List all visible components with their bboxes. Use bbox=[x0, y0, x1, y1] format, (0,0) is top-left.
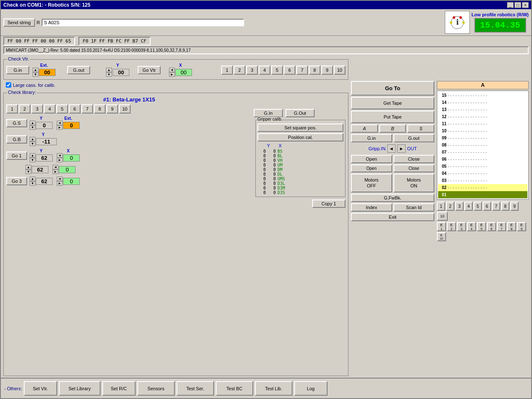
send-string-input[interactable] bbox=[42, 19, 244, 26]
g-in-mid-button[interactable]: G.in bbox=[351, 134, 392, 142]
right-num-5[interactable]: 5 bbox=[474, 202, 482, 211]
position-cal-button[interactable]: Position cal. bbox=[257, 133, 343, 141]
g-in-button[interactable]: G.in bbox=[6, 66, 29, 74]
b-button[interactable]: B bbox=[379, 124, 406, 133]
slot-row[interactable]: 10---------------- bbox=[438, 127, 527, 134]
y-go3-input[interactable] bbox=[36, 178, 53, 185]
ext-gs-left[interactable]: ◄ bbox=[57, 121, 63, 125]
e-btn-10[interactable]: E10 bbox=[437, 232, 446, 241]
large-cass-checkbox[interactable] bbox=[6, 82, 11, 88]
gs-button[interactable]: G.S bbox=[6, 119, 27, 127]
go3-button[interactable]: Go 3 bbox=[6, 177, 27, 185]
copy1-button[interactable]: Copy 1 bbox=[312, 200, 345, 208]
num-btn-1[interactable]: 1 bbox=[221, 66, 233, 75]
slot-row[interactable]: 14---------------- bbox=[438, 99, 527, 106]
lib-num-7[interactable]: 7 bbox=[81, 104, 93, 114]
num-btn-10[interactable]: 10 bbox=[334, 66, 345, 75]
set-library-button[interactable]: Set Library bbox=[59, 381, 101, 396]
ext-up-button[interactable]: ▲ bbox=[33, 68, 38, 72]
e-btn-7[interactable]: E7 bbox=[497, 222, 506, 231]
set-rc-button[interactable]: Set R/C bbox=[102, 381, 136, 396]
log-button[interactable]: Log bbox=[294, 381, 328, 396]
gripp-right-button[interactable]: ► bbox=[397, 144, 406, 153]
lib-num-3[interactable]: 3 bbox=[31, 104, 43, 114]
ext-gs-input[interactable] bbox=[63, 122, 80, 129]
slot-row[interactable]: 01---------------- bbox=[438, 191, 527, 198]
x-go3-input[interactable] bbox=[63, 178, 80, 185]
lib-num-10[interactable]: 10 bbox=[119, 104, 131, 114]
e-btn-4[interactable]: E4 bbox=[467, 222, 476, 231]
scan-id-button[interactable]: Scan Id bbox=[393, 203, 435, 212]
test-bc-button[interactable]: Test BC bbox=[216, 381, 253, 396]
open2-button[interactable]: Open bbox=[351, 164, 392, 172]
e-btn-3[interactable]: E3 bbox=[457, 222, 466, 231]
slot-row[interactable]: 04---------------- bbox=[438, 170, 527, 177]
lib-num-9[interactable]: 9 bbox=[106, 104, 118, 114]
ext-down-button[interactable]: ▼ bbox=[33, 72, 38, 77]
put-tape-button[interactable]: Put Tape bbox=[351, 111, 434, 123]
open1-button[interactable]: Open bbox=[351, 155, 392, 163]
close-button[interactable]: × bbox=[522, 2, 529, 8]
y-gs-down[interactable]: ▼ bbox=[30, 125, 35, 130]
set-vtr-button[interactable]: Set Vtr. bbox=[24, 381, 57, 396]
x-go3-left[interactable]: ◄ bbox=[57, 177, 63, 181]
close2-button[interactable]: Close bbox=[393, 164, 435, 172]
lib-num-6[interactable]: 6 bbox=[69, 104, 81, 114]
close1-button[interactable]: Close bbox=[393, 155, 435, 163]
y-gs-input[interactable] bbox=[36, 122, 53, 129]
test-lib-button[interactable]: Test Lib. bbox=[255, 381, 292, 396]
test-ser-button[interactable]: Test Ser. bbox=[176, 381, 214, 396]
x2-left[interactable]: ◄ bbox=[53, 165, 58, 169]
go-to-button[interactable]: Go To bbox=[351, 81, 434, 96]
lib-num-8[interactable]: 8 bbox=[94, 104, 106, 114]
right-num-3[interactable]: 3 bbox=[455, 202, 464, 211]
right-num-10[interactable]: 10 bbox=[437, 212, 448, 221]
lib-num-4[interactable]: 4 bbox=[44, 104, 55, 114]
y-gb-up[interactable]: ▲ bbox=[30, 137, 35, 141]
g-out-mid-button[interactable]: G.out bbox=[393, 134, 435, 142]
exit-button[interactable]: Exit bbox=[351, 213, 434, 221]
e-btn-5[interactable]: E5 bbox=[477, 222, 486, 231]
s-button[interactable]: S bbox=[407, 124, 434, 133]
slot-row[interactable]: 06---------------- bbox=[438, 156, 527, 163]
g-out-button[interactable]: G.out bbox=[67, 66, 90, 74]
a-button[interactable]: A bbox=[351, 124, 378, 133]
go-vtr-button[interactable]: Go Vtr bbox=[138, 66, 161, 74]
num-btn-7[interactable]: 7 bbox=[296, 66, 308, 75]
g-fwbk-button[interactable]: G.FwBk. bbox=[351, 194, 434, 202]
right-num-1[interactable]: 1 bbox=[437, 202, 445, 211]
slot-row[interactable]: 11---------------- bbox=[438, 120, 527, 127]
slot-row[interactable]: 13---------------- bbox=[438, 106, 527, 113]
y-go1-input[interactable] bbox=[36, 154, 53, 162]
e-btn-8[interactable]: E8 bbox=[507, 222, 516, 231]
right-num-4[interactable]: 4 bbox=[464, 202, 473, 211]
x2-input[interactable] bbox=[59, 166, 76, 173]
y-vtr-input[interactable] bbox=[113, 69, 129, 76]
motors-off-button[interactable]: MotorsOFF bbox=[351, 174, 392, 192]
slot-row[interactable]: 08---------------- bbox=[438, 141, 527, 149]
lib-num-1[interactable]: 1 bbox=[6, 104, 18, 114]
y-go1-down[interactable]: ▼ bbox=[30, 158, 35, 162]
x-vtr-input[interactable] bbox=[175, 69, 192, 76]
x-left-vtr[interactable]: ◄ bbox=[169, 68, 175, 72]
num-btn-6[interactable]: 6 bbox=[284, 66, 295, 75]
y2-input[interactable] bbox=[32, 166, 48, 173]
num-btn-5[interactable]: 5 bbox=[271, 66, 283, 75]
x-go3-right[interactable]: ► bbox=[57, 181, 63, 186]
y2-up[interactable]: ▲ bbox=[25, 165, 31, 169]
index-button[interactable]: Index bbox=[351, 203, 392, 212]
num-btn-2[interactable]: 2 bbox=[234, 66, 245, 75]
ext-input[interactable] bbox=[39, 69, 55, 76]
e-btn-9[interactable]: E9 bbox=[517, 222, 526, 231]
lib-num-5[interactable]: 5 bbox=[56, 104, 68, 114]
y-gb-input[interactable] bbox=[36, 138, 57, 145]
sensors-button[interactable]: Sensors bbox=[137, 381, 175, 396]
right-num-6[interactable]: 6 bbox=[483, 202, 491, 211]
go1-button[interactable]: Go 1 bbox=[6, 152, 27, 160]
right-num-2[interactable]: 2 bbox=[446, 202, 454, 211]
y-go3-down[interactable]: ▼ bbox=[30, 181, 35, 186]
y-go3-up[interactable]: ▲ bbox=[30, 177, 35, 181]
slot-row[interactable]: 12---------------- bbox=[438, 113, 527, 120]
num-btn-3[interactable]: 3 bbox=[246, 66, 258, 75]
send-string-button[interactable]: Send string bbox=[3, 18, 35, 27]
